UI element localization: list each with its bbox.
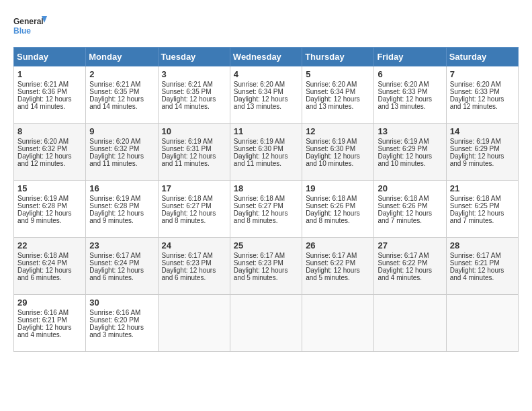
calendar-cell: 22Sunrise: 6:18 AMSunset: 6:24 PMDayligh… xyxy=(14,238,86,295)
sunrise: Sunrise: 6:19 AM xyxy=(378,138,429,145)
logo: General Blue xyxy=(13,13,47,40)
sunrise: Sunrise: 6:19 AM xyxy=(17,195,69,202)
sunset: Sunset: 6:36 PM xyxy=(17,88,67,95)
sunset: Sunset: 6:35 PM xyxy=(162,88,212,95)
day-number: 2 xyxy=(89,69,154,79)
day-number: 30 xyxy=(89,298,154,308)
calendar-cell: 2Sunrise: 6:21 AMSunset: 6:35 PMDaylight… xyxy=(86,66,158,124)
sunrise: Sunrise: 6:17 AM xyxy=(306,252,357,259)
sunrise: Sunrise: 6:21 AM xyxy=(162,81,213,88)
calendar-cell: 29Sunrise: 6:16 AMSunset: 6:21 PMDayligh… xyxy=(14,295,86,352)
sunset: Sunset: 6:28 PM xyxy=(89,202,139,210)
sunset: Sunset: 6:32 PM xyxy=(89,145,139,152)
sunrise: Sunrise: 6:20 AM xyxy=(234,81,285,88)
day-number: 17 xyxy=(162,183,226,193)
day-number: 12 xyxy=(306,126,370,136)
day-number: 7 xyxy=(450,69,515,79)
sunrise: Sunrise: 6:18 AM xyxy=(450,195,501,202)
svg-text:General: General xyxy=(13,17,44,26)
calendar-cell: 21Sunrise: 6:18 AMSunset: 6:25 PMDayligh… xyxy=(446,181,518,238)
daylight: Daylight: 12 hours and 14 minutes. xyxy=(162,95,216,110)
sunrise: Sunrise: 6:19 AM xyxy=(234,138,285,145)
sunset: Sunset: 6:25 PM xyxy=(450,202,500,210)
daylight: Daylight: 12 hours and 9 minutes. xyxy=(89,210,144,224)
calendar-cell: 8Sunrise: 6:20 AMSunset: 6:32 PMDaylight… xyxy=(14,124,86,181)
day-number: 27 xyxy=(378,240,442,250)
daylight: Daylight: 12 hours and 13 minutes. xyxy=(234,95,288,110)
calendar-cell: 1Sunrise: 6:21 AMSunset: 6:36 PMDaylight… xyxy=(14,66,86,124)
calendar-cell: 6Sunrise: 6:20 AMSunset: 6:33 PMDaylight… xyxy=(374,66,446,124)
calendar-cell xyxy=(446,295,518,352)
calendar-cell: 27Sunrise: 6:17 AMSunset: 6:22 PMDayligh… xyxy=(374,238,446,295)
sunset: Sunset: 6:30 PM xyxy=(234,145,283,152)
daylight: Daylight: 12 hours and 9 minutes. xyxy=(17,210,72,224)
day-number: 18 xyxy=(234,183,298,193)
calendar-cell: 25Sunrise: 6:17 AMSunset: 6:23 PMDayligh… xyxy=(230,238,302,295)
day-number: 15 xyxy=(17,183,82,193)
day-number: 13 xyxy=(378,126,442,136)
calendar-cell: 18Sunrise: 6:18 AMSunset: 6:27 PMDayligh… xyxy=(230,181,302,238)
sunset: Sunset: 6:26 PM xyxy=(378,202,427,210)
calendar-cell: 10Sunrise: 6:19 AMSunset: 6:31 PMDayligh… xyxy=(158,124,230,181)
sunset: Sunset: 6:27 PM xyxy=(162,202,212,210)
sunset: Sunset: 6:35 PM xyxy=(89,88,139,95)
sunset: Sunset: 6:26 PM xyxy=(306,202,355,210)
day-number: 29 xyxy=(17,298,82,308)
sunrise: Sunrise: 6:16 AM xyxy=(89,309,140,316)
weekday-header: Friday xyxy=(374,48,446,66)
day-number: 3 xyxy=(162,69,226,79)
sunrise: Sunrise: 6:19 AM xyxy=(306,138,357,145)
calendar-cell: 26Sunrise: 6:17 AMSunset: 6:22 PMDayligh… xyxy=(302,238,374,295)
sunrise: Sunrise: 6:20 AM xyxy=(306,81,357,88)
daylight: Daylight: 12 hours and 4 minutes. xyxy=(17,324,72,338)
calendar-cell: 23Sunrise: 6:17 AMSunset: 6:24 PMDayligh… xyxy=(86,238,158,295)
sunrise: Sunrise: 6:17 AM xyxy=(89,252,140,259)
sunset: Sunset: 6:31 PM xyxy=(162,145,212,152)
sunset: Sunset: 6:22 PM xyxy=(306,259,355,267)
calendar-cell: 11Sunrise: 6:19 AMSunset: 6:30 PMDayligh… xyxy=(230,124,302,181)
sunrise: Sunrise: 6:17 AM xyxy=(234,252,285,259)
sunset: Sunset: 6:33 PM xyxy=(378,88,427,95)
calendar-cell: 14Sunrise: 6:19 AMSunset: 6:29 PMDayligh… xyxy=(446,124,518,181)
daylight: Daylight: 12 hours and 6 minutes. xyxy=(162,267,216,281)
day-number: 5 xyxy=(306,69,370,79)
day-number: 11 xyxy=(234,126,298,136)
sunset: Sunset: 6:32 PM xyxy=(17,145,67,152)
weekday-header: Thursday xyxy=(302,48,374,66)
day-number: 19 xyxy=(306,183,370,193)
sunrise: Sunrise: 6:21 AM xyxy=(17,81,69,88)
calendar-cell: 16Sunrise: 6:19 AMSunset: 6:28 PMDayligh… xyxy=(86,181,158,238)
calendar-cell: 20Sunrise: 6:18 AMSunset: 6:26 PMDayligh… xyxy=(374,181,446,238)
daylight: Daylight: 12 hours and 6 minutes. xyxy=(89,267,144,281)
daylight: Daylight: 12 hours and 13 minutes. xyxy=(378,95,432,110)
day-number: 22 xyxy=(17,240,82,250)
calendar-cell xyxy=(374,295,446,352)
sunrise: Sunrise: 6:18 AM xyxy=(234,195,285,202)
sunset: Sunset: 6:34 PM xyxy=(306,88,355,95)
svg-text:Blue: Blue xyxy=(13,26,31,36)
sunset: Sunset: 6:23 PM xyxy=(234,259,283,267)
calendar-cell: 13Sunrise: 6:19 AMSunset: 6:29 PMDayligh… xyxy=(374,124,446,181)
daylight: Daylight: 12 hours and 11 minutes. xyxy=(89,152,144,167)
weekday-header: Wednesday xyxy=(230,48,302,66)
calendar-cell: 19Sunrise: 6:18 AMSunset: 6:26 PMDayligh… xyxy=(302,181,374,238)
calendar-cell: 30Sunrise: 6:16 AMSunset: 6:20 PMDayligh… xyxy=(86,295,158,352)
daylight: Daylight: 12 hours and 13 minutes. xyxy=(306,95,360,110)
sunrise: Sunrise: 6:17 AM xyxy=(378,252,429,259)
weekday-header: Saturday xyxy=(446,48,518,66)
daylight: Daylight: 12 hours and 11 minutes. xyxy=(234,152,288,167)
sunset: Sunset: 6:22 PM xyxy=(378,259,427,267)
day-number: 16 xyxy=(89,183,154,193)
sunset: Sunset: 6:20 PM xyxy=(89,316,139,324)
daylight: Daylight: 12 hours and 4 minutes. xyxy=(378,267,432,281)
weekday-header: Tuesday xyxy=(158,48,230,66)
day-number: 14 xyxy=(450,126,515,136)
daylight: Daylight: 12 hours and 7 minutes. xyxy=(378,210,432,224)
daylight: Daylight: 12 hours and 14 minutes. xyxy=(17,95,72,110)
day-number: 1 xyxy=(17,69,82,79)
logo-svg: General Blue xyxy=(13,13,47,40)
sunrise: Sunrise: 6:18 AM xyxy=(306,195,357,202)
daylight: Daylight: 12 hours and 8 minutes. xyxy=(306,210,360,224)
calendar-cell: 28Sunrise: 6:17 AMSunset: 6:21 PMDayligh… xyxy=(446,238,518,295)
calendar-cell: 3Sunrise: 6:21 AMSunset: 6:35 PMDaylight… xyxy=(158,66,230,124)
